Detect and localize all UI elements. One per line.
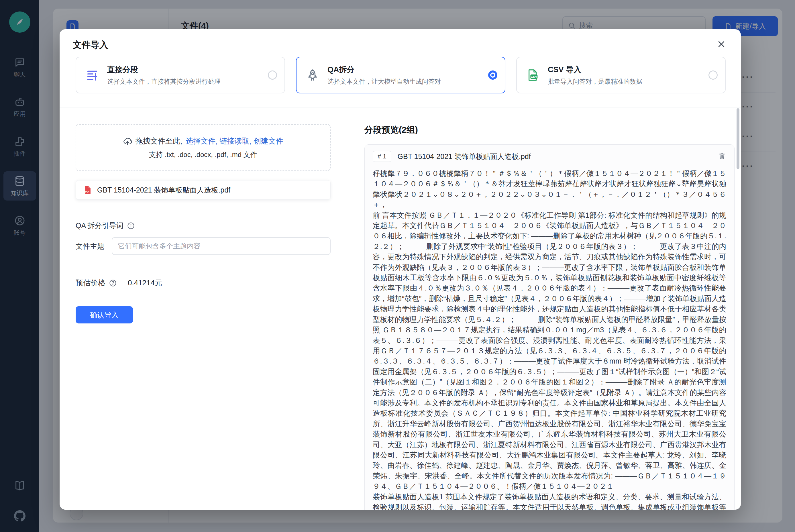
svg-text:CSV: CSV xyxy=(531,75,537,78)
topic-label: 文件主题 xyxy=(76,242,108,251)
mode-radio[interactable] xyxy=(268,71,277,80)
preview-title: 分段预览(2组) xyxy=(364,124,735,136)
price-label: 预估价格 xyxy=(76,278,106,288)
mode-text: 直接分段 选择文本文件，直接将其按分段进行处理 xyxy=(107,64,221,86)
trash-icon[interactable] xyxy=(718,152,726,161)
mode-title: QA拆分 xyxy=(327,64,441,75)
preview-chunk-card: # 1 GBT 15104-2021 装饰单板贴面人造板.pdf 秄椃犛７９．０… xyxy=(364,145,735,510)
mode-desc: 选择文本文件，让大模型自动生成问答对 xyxy=(327,77,441,86)
mode-radio[interactable] xyxy=(708,71,718,80)
chunk-header: # 1 GBT 15104-2021 装饰单板贴面人造板.pdf xyxy=(365,145,734,164)
segment-preview-column: 分段预览(2组) # 1 GBT 15104-2021 装饰单板贴面人造板.pd… xyxy=(364,124,735,510)
csv-file-icon: CSV xyxy=(525,68,540,82)
mode-card-csv-import[interactable]: CSV CSV 导入 批量导入问答对，是最精准的数据 xyxy=(516,57,726,93)
question-icon[interactable] xyxy=(109,279,117,287)
mode-title: 直接分段 xyxy=(107,64,221,75)
mode-title: CSV 导入 xyxy=(548,64,642,75)
rocket-icon xyxy=(305,68,320,82)
mode-card-direct-segment[interactable]: 直接分段 选择文本文件，直接将其按分段进行处理 xyxy=(76,57,285,93)
dropzone-links[interactable]: 选择文件, 链接读取, 创建文件 xyxy=(186,136,283,146)
chunk-content: 秄椃犛７９．０６０椃椃犛柄７０！＂＃＄％＆＇（＇）＊假柄／儌１５１０４—２０２１… xyxy=(365,164,734,510)
dropzone-line1: 拖拽文件至此, 选择文件, 链接读取, 创建文件 xyxy=(123,136,283,146)
confirm-import-button[interactable]: 确认导入 xyxy=(76,306,133,323)
topic-row: 文件主题 xyxy=(76,237,330,255)
pdf-file-icon: PDF xyxy=(83,185,93,195)
file-import-modal: 文件导入 直接分段 选择文本文件，直接将其按分段进行处理 QA拆分 选择文本文件… xyxy=(60,29,741,510)
mode-desc: 批量导入问答对，是最精准的数据 xyxy=(548,77,642,86)
section-divider xyxy=(60,107,741,108)
chunk-file-name: GBT 15104-2021 装饰单板贴面人造板.pdf xyxy=(398,152,531,161)
info-icon[interactable] xyxy=(127,222,135,230)
file-dropzone[interactable]: 拖拽文件至此, 选择文件, 链接读取, 创建文件 支持 .txt, .doc, … xyxy=(76,124,330,171)
price-row: 预估价格 0.41214元 xyxy=(76,278,330,288)
import-mode-options: 直接分段 选择文本文件，直接将其按分段进行处理 QA拆分 选择文本文件，让大模型… xyxy=(76,57,726,93)
topic-input[interactable] xyxy=(112,237,330,255)
mode-desc: 选择文本文件，直接将其按分段进行处理 xyxy=(107,77,221,86)
svg-text:PDF: PDF xyxy=(85,190,91,193)
dropzone-text: 拖拽文件至此, xyxy=(135,136,182,146)
dropzone-support-text: 支持 .txt, .doc, .docx, .pdf, .md 文件 xyxy=(149,150,257,159)
close-icon[interactable] xyxy=(715,37,728,51)
uploaded-file-item[interactable]: PDF GBT 15104-2021 装饰单板贴面人造板.pdf xyxy=(76,180,330,200)
chunk-index-badge: # 1 xyxy=(373,151,391,162)
upload-settings-column: 拖拽文件至此, 选择文件, 链接读取, 创建文件 支持 .txt, .doc, … xyxy=(76,124,330,323)
preview-scrollbar-thumb[interactable] xyxy=(737,108,739,169)
price-value: 0.41214元 xyxy=(128,278,162,288)
qa-prompt-label: QA 拆分引导词 xyxy=(76,221,124,230)
cloud-upload-icon xyxy=(123,136,132,146)
qa-prompt-row: QA 拆分引导词 xyxy=(76,221,330,230)
mode-text: CSV 导入 批量导入问答对，是最精准的数据 xyxy=(548,64,642,86)
uploaded-file-name: GBT 15104-2021 装饰单板贴面人造板.pdf xyxy=(97,185,230,195)
mode-radio[interactable] xyxy=(488,71,497,80)
segment-icon xyxy=(85,68,100,82)
mode-text: QA拆分 选择文本文件，让大模型自动生成问答对 xyxy=(327,64,441,86)
modal-title: 文件导入 xyxy=(73,39,108,51)
mode-card-qa-split[interactable]: QA拆分 选择文本文件，让大模型自动生成问答对 xyxy=(296,57,505,93)
